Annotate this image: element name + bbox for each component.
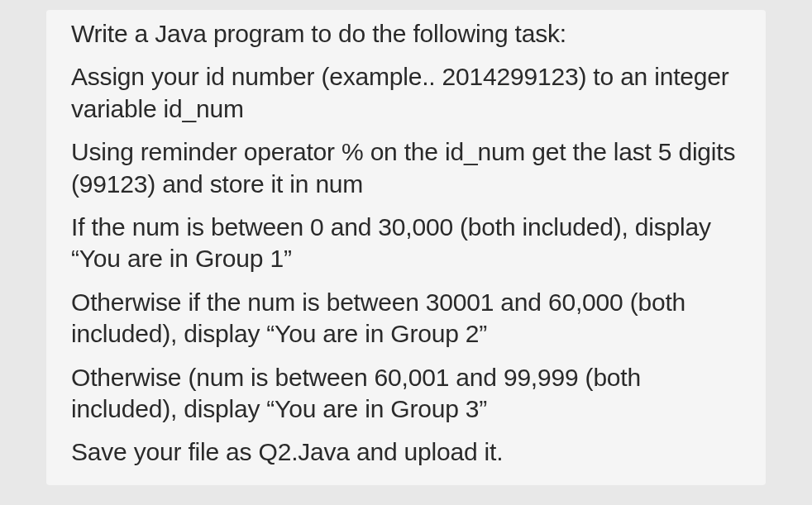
- paragraph-reminder: Using reminder operator % on the id_num …: [71, 136, 741, 200]
- paragraph-group2: Otherwise if the num is between 30001 an…: [71, 287, 741, 350]
- document-container: Write a Java program to do the following…: [46, 10, 766, 485]
- paragraph-assign: Assign your id number (example.. 2014299…: [71, 61, 741, 125]
- paragraph-group1: If the num is between 0 and 30,000 (both…: [71, 212, 741, 275]
- paragraph-intro: Write a Java program to do the following…: [71, 18, 741, 50]
- paragraph-group3: Otherwise (num is between 60,001 and 99,…: [71, 362, 741, 426]
- paragraph-save: Save your file as Q2.Java and upload it.: [71, 436, 741, 468]
